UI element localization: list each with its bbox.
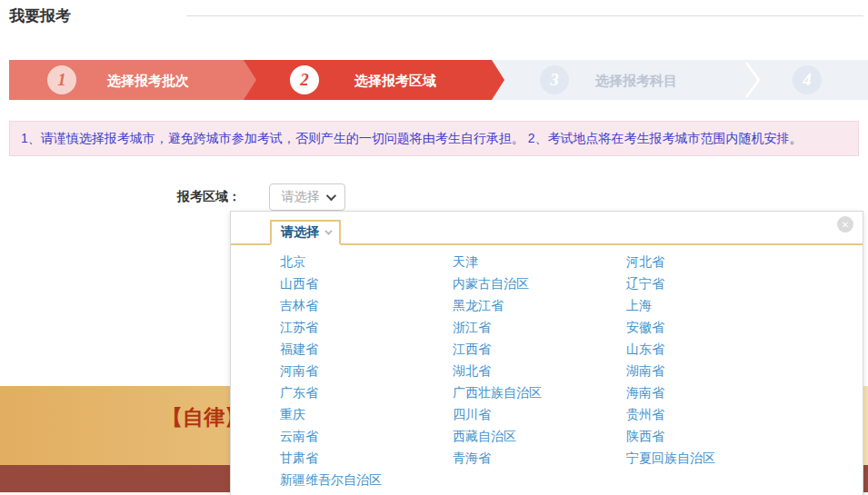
province-link[interactable]: 广西壮族自治区 xyxy=(453,385,626,401)
province-link[interactable]: 宁夏回族自治区 xyxy=(626,450,853,467)
province-grid: 北京天津河北省山西省内蒙古自治区辽宁省吉林省黑龙江省上海江苏省浙江省安徽省福建省… xyxy=(280,252,853,491)
province-link[interactable]: 河北省 xyxy=(626,254,853,271)
province-link[interactable]: 北京 xyxy=(280,254,453,271)
province-link[interactable]: 内蒙古自治区 xyxy=(453,276,626,292)
province-link[interactable]: 云南省 xyxy=(280,429,453,445)
province-link[interactable]: 陕西省 xyxy=(626,429,853,445)
step-2-number: 2 xyxy=(290,65,319,94)
province-link[interactable]: 贵州省 xyxy=(626,407,853,423)
province-link[interactable]: 上海 xyxy=(626,298,853,314)
step-1-label: 选择报考批次 xyxy=(107,73,189,90)
notice-bar: 1、请谨慎选择报考城市，避免跨城市参加考试，否则产生的一切问题将由考生自行承担。… xyxy=(9,121,859,156)
header-divider xyxy=(186,15,863,16)
region-select-value: 请选择 xyxy=(282,189,320,205)
province-link[interactable]: 河南省 xyxy=(280,363,453,380)
province-link[interactable]: 安徽省 xyxy=(626,320,853,336)
step-2-label: 选择报考区域 xyxy=(354,73,436,90)
province-link[interactable]: 湖南省 xyxy=(626,363,853,380)
province-link[interactable]: 黑龙江省 xyxy=(453,298,626,314)
province-link[interactable]: 湖北省 xyxy=(453,363,626,380)
province-link[interactable]: 重庆 xyxy=(280,407,453,423)
step-4-number: 4 xyxy=(793,65,822,94)
tab-caret-down-icon xyxy=(324,227,332,234)
region-field-label: 报考区域： xyxy=(177,189,241,205)
province-link[interactable]: 天津 xyxy=(453,254,626,271)
step-3-label: 选择报考科目 xyxy=(595,73,677,90)
notice-text: 1、请谨慎选择报考城市，避免跨城市参加考试，否则产生的一切问题将由考生自行承担。… xyxy=(21,131,802,147)
province-link[interactable]: 江苏省 xyxy=(280,320,453,336)
province-link[interactable]: 山东省 xyxy=(626,342,853,358)
province-link[interactable]: 广东省 xyxy=(280,385,453,401)
step-divider-chevron-icon xyxy=(743,60,763,100)
region-select[interactable]: 请选择 xyxy=(269,183,345,211)
region-picker-tabbar: 请选择 xyxy=(231,212,863,245)
province-link[interactable]: 海南省 xyxy=(626,385,853,401)
tab-please-select[interactable]: 请选择 xyxy=(270,220,341,245)
province-link[interactable]: 辽宁省 xyxy=(626,276,853,292)
province-link[interactable]: 浙江省 xyxy=(453,320,626,336)
province-link[interactable]: 山西省 xyxy=(280,276,453,292)
step-1-number: 1 xyxy=(47,65,76,94)
province-link[interactable]: 新疆维吾尔自治区 xyxy=(280,472,453,489)
province-link[interactable]: 青海省 xyxy=(453,450,626,467)
tab-label: 请选择 xyxy=(281,224,319,241)
province-link[interactable]: 西藏自治区 xyxy=(453,429,626,445)
region-picker-panel: 请选择 ✕ 北京天津河北省山西省内蒙古自治区辽宁省吉林省黑龙江省上海江苏省浙江省… xyxy=(230,211,863,495)
province-link[interactable]: 甘肃省 xyxy=(280,450,453,467)
province-link[interactable]: 江西省 xyxy=(453,342,626,358)
step-3-number: 3 xyxy=(540,65,569,94)
close-icon[interactable]: ✕ xyxy=(837,216,853,233)
province-link[interactable]: 四川省 xyxy=(453,407,626,423)
select-caret-down-icon xyxy=(325,191,335,201)
province-link[interactable]: 福建省 xyxy=(280,342,453,358)
page-title: 我要报考 xyxy=(9,5,71,26)
province-link[interactable]: 吉林省 xyxy=(280,298,453,314)
